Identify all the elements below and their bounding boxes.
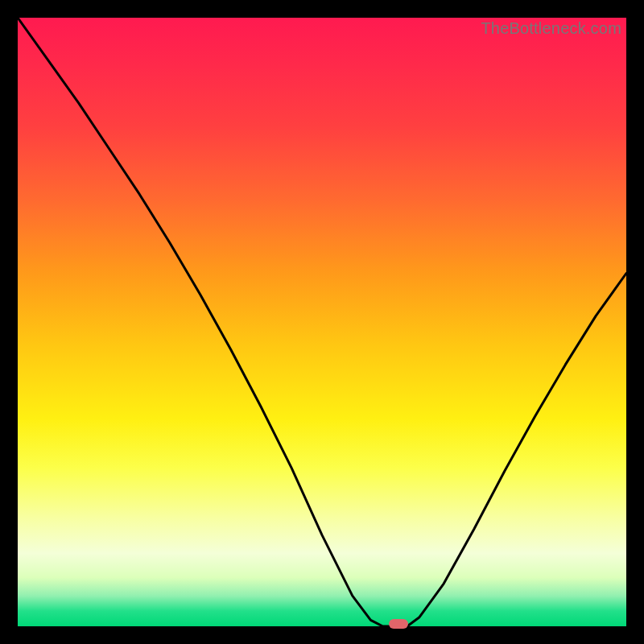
optimal-point-marker — [389, 619, 408, 629]
chart-frame: TheBottleneck.com — [0, 0, 644, 644]
plot-area: TheBottleneck.com — [18, 18, 626, 626]
bottleneck-curve-path — [18, 18, 626, 626]
curve-svg — [18, 18, 626, 626]
